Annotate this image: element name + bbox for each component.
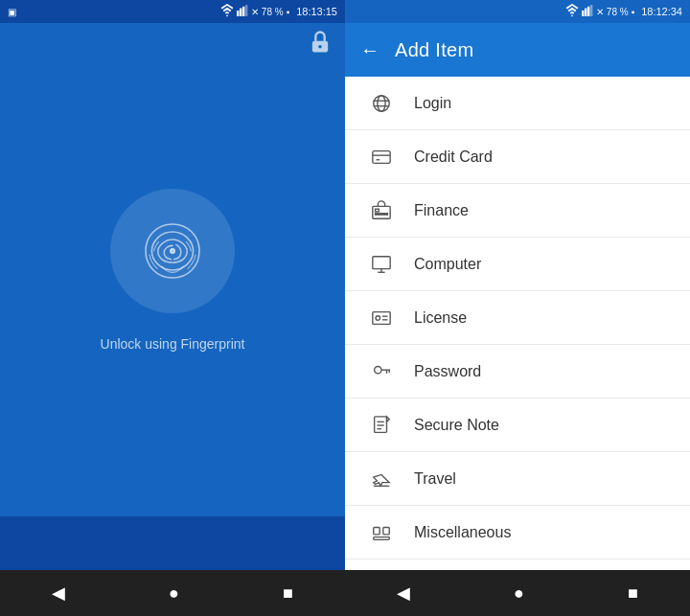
status-bar-right: ✕ 78 % ▪ 18:12:34 (345, 0, 690, 23)
home-button-left[interactable]: ● (169, 583, 179, 604)
lock-icon (307, 29, 334, 59)
note-icon (364, 415, 399, 436)
svg-rect-20 (373, 206, 390, 218)
menu-item-finance[interactable]: Finance (345, 184, 690, 238)
back-button-right[interactable]: ◀ (397, 582, 410, 604)
back-button[interactable]: ← (360, 39, 380, 61)
svg-rect-11 (587, 7, 589, 16)
menu-item-license[interactable]: License (345, 291, 690, 345)
svg-rect-22 (376, 213, 388, 214)
menu-item-miscellaneous[interactable]: Miscellaneous (345, 506, 690, 559)
menu-item-computer[interactable]: Computer (345, 238, 690, 291)
svg-rect-2 (240, 9, 242, 16)
menu-label-miscellaneous: Miscellaneous (414, 524, 511, 541)
svg-rect-40 (383, 527, 389, 534)
menu-label-license: License (414, 309, 467, 327)
svg-point-13 (374, 95, 390, 111)
svg-rect-3 (242, 7, 244, 16)
unlock-text: Unlock using Fingerprint (101, 336, 245, 352)
key-icon (364, 361, 399, 382)
menu-label-travel: Travel (414, 470, 456, 488)
time-left: 18:13:15 (296, 6, 337, 17)
menu-item-travel[interactable]: Travel (345, 452, 690, 506)
time-right: 18:12:34 (641, 6, 682, 17)
battery-icon-right: ▪ (632, 7, 635, 17)
cross-icon-right: ✕ (596, 7, 604, 17)
bottom-nav-right: ◀ ● ■ (345, 570, 690, 616)
menu-label-secure-note: Secure Note (414, 417, 499, 434)
menu-item-login[interactable]: Login (345, 77, 690, 130)
svg-point-30 (375, 366, 381, 373)
left-bottom-bar (0, 516, 345, 570)
globe-icon (364, 93, 399, 114)
back-button-left[interactable]: ◀ (52, 582, 65, 604)
svg-point-6 (318, 45, 322, 49)
screenshot-icon: ▣ (8, 7, 16, 17)
wifi-icon-right (565, 4, 579, 19)
menu-item-credit-card[interactable]: Credit Card (345, 130, 690, 184)
status-bar-left: ▣ ✕ 78 % ▪ 18:13:15 (0, 0, 345, 23)
svg-rect-1 (237, 11, 239, 16)
left-status-right-icons: ✕ 78 % ▪ 18:13:15 (220, 4, 337, 19)
svg-rect-17 (373, 150, 390, 163)
wifi-icon (220, 4, 234, 19)
svg-point-14 (378, 95, 385, 111)
svg-rect-4 (245, 5, 247, 16)
svg-rect-21 (376, 209, 380, 212)
finance-icon (364, 200, 399, 221)
menu-list: LoginCredit CardFinanceComputerLicensePa… (345, 77, 690, 570)
left-content: Unlock using Fingerprint (0, 23, 345, 516)
menu-item-secure-note[interactable]: Secure Note (345, 399, 690, 452)
computer-icon (364, 254, 399, 275)
creditcard-icon (364, 147, 399, 168)
svg-point-27 (376, 315, 380, 320)
svg-rect-23 (373, 256, 390, 268)
toolbar: ← Add Item (345, 23, 690, 77)
cross-icon: ✕ (251, 7, 259, 17)
home-button-right[interactable]: ● (514, 583, 524, 604)
signal-icon-right (582, 4, 593, 19)
fingerprint-circle (110, 189, 235, 313)
toolbar-title: Add Item (395, 39, 473, 61)
menu-label-finance: Finance (414, 202, 469, 219)
left-status-icons: ▣ (8, 7, 16, 17)
travel-icon (364, 468, 399, 490)
recent-button-right[interactable]: ■ (628, 583, 638, 604)
menu-label-login: Login (414, 95, 451, 112)
menu-item-password[interactable]: Password (345, 345, 690, 399)
battery-text-right: 78 % (607, 7, 629, 17)
license-icon (364, 308, 399, 329)
svg-rect-34 (375, 416, 387, 432)
svg-rect-39 (374, 527, 380, 534)
menu-label-credit-card: Credit Card (414, 148, 493, 166)
left-panel: ▣ ✕ 78 % ▪ 18:13:15 (0, 0, 345, 616)
menu-label-password: Password (414, 363, 481, 380)
svg-rect-10 (585, 9, 586, 16)
battery-icon-left: ▪ (287, 7, 290, 17)
menu-label-computer: Computer (414, 256, 481, 273)
svg-point-8 (571, 14, 573, 16)
signal-icon (237, 4, 248, 19)
bottom-nav-left: ◀ ● ■ (0, 570, 345, 616)
svg-point-0 (226, 14, 228, 16)
misc-icon (364, 522, 399, 543)
svg-point-7 (171, 248, 175, 253)
svg-rect-12 (590, 5, 592, 16)
right-panel: ✕ 78 % ▪ 18:12:34 ← Add Item LoginCredit… (345, 0, 690, 616)
battery-text-left: 78 % (262, 7, 284, 17)
right-status-right: ✕ 78 % ▪ 18:12:34 (565, 4, 682, 19)
recent-button-left[interactable]: ■ (283, 583, 293, 604)
svg-rect-9 (582, 11, 584, 16)
svg-rect-41 (374, 536, 390, 539)
